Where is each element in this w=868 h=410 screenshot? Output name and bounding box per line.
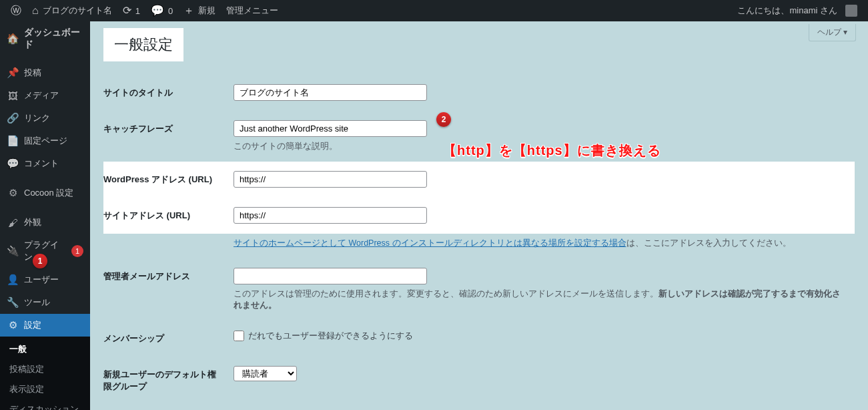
input-site-title[interactable] [234, 84, 427, 101]
input-wpurl[interactable] [234, 171, 427, 188]
admin-bar: ⓦ ⌂ブログのサイト名 ⟳1 💬0 ＋新規 管理メニュー こんにちは、minam… [0, 0, 868, 21]
input-admin-email[interactable] [234, 268, 427, 284]
wrench-icon: 🔧 [7, 296, 19, 309]
new-label: 新規 [198, 5, 215, 17]
wp-logo[interactable]: ⓦ [5, 0, 27, 21]
checkbox-membership-label: だれでもユーザー登録ができるようにする [248, 330, 413, 342]
media-icon: 🖼 [7, 90, 19, 101]
admin-sidebar: 🏠ダッシュボード 📌投稿 🖼メディア 🔗リンク 📄固定ページ 💬コメント ⚙Co… [0, 21, 90, 410]
sub-item-reading[interactable]: 表示設定 [0, 379, 90, 399]
checkbox-membership[interactable] [234, 331, 244, 341]
desc-siteurl: サイトのホームページとして WordPress のインストールディレクトリとは異… [234, 238, 848, 249]
sidebar-item-label: コメント [24, 158, 59, 170]
sidebar-item-label: リンク [24, 112, 50, 124]
sub-item-general[interactable]: 一般 [0, 339, 90, 359]
label-default-role: 新規ユーザーのデフォルト権限グループ [103, 357, 227, 405]
user-icon: 👤 [7, 274, 19, 286]
sidebar-item-label: Cocoon 設定 [24, 187, 73, 199]
annotation-2-text: 【http】を【https】に書き換える [443, 142, 661, 160]
page-title: 一般設定 [103, 28, 183, 61]
sub-item-label: ディスカッション [9, 404, 79, 410]
brush-icon: 🖌 [7, 217, 19, 228]
label-site-title: サイトのタイトル [103, 75, 227, 111]
wordpress-icon: ⓦ [11, 5, 21, 16]
avatar [845, 5, 857, 17]
sidebar-item-media[interactable]: 🖼メディア [0, 84, 90, 107]
help-tab[interactable]: ヘルプ ▾ [809, 24, 856, 41]
home-icon: ⌂ [32, 5, 39, 16]
sidebar-item-settings[interactable]: ⚙設定 [0, 314, 90, 337]
plugin-badge: 1 [71, 245, 83, 257]
user-greeting[interactable]: こんにちは、minami さん [732, 0, 863, 21]
page-icon: 📄 [7, 135, 19, 147]
label-language: サイトの言語文A [103, 405, 227, 410]
annotation-1: 1 [33, 254, 47, 268]
pin-icon: 📌 [7, 67, 19, 79]
sidebar-item-label: ユーザー [24, 274, 59, 286]
annotation-2: 2 [436, 112, 451, 127]
site-home[interactable]: ⌂ブログのサイト名 [27, 0, 117, 21]
sidebar-dashboard[interactable]: 🏠ダッシュボード [0, 21, 90, 56]
comments[interactable]: 💬0 [145, 0, 178, 21]
dashboard-label: ダッシュボード [24, 27, 83, 51]
sidebar-item-label: 設定 [24, 319, 41, 331]
desc-siteurl-rest: は、ここにアドレスを入力してください。 [626, 238, 791, 248]
content-area: ヘルプ ▾ 一般設定 サイトのタイトル キャッチフレーズ このサイトの簡単な説明… [90, 21, 868, 410]
label-tagline: キャッチフレーズ [103, 111, 227, 162]
sub-item-label: 投稿設定 [9, 364, 44, 374]
comments-count: 0 [168, 6, 173, 16]
input-siteurl[interactable] [234, 207, 427, 224]
sidebar-item-cocoon[interactable]: ⚙Cocoon 設定 [0, 182, 90, 204]
label-membership: メンバーシップ [103, 321, 227, 357]
sub-item-label: 表示設定 [9, 384, 44, 394]
sidebar-item-tools[interactable]: 🔧ツール [0, 291, 90, 314]
sub-item-label: 一般 [9, 344, 27, 354]
comment-icon: 💬 [151, 5, 164, 16]
desc-admin-email: このアドレスは管理のために使用されます。変更すると、確認のため新しいアドレスにメ… [234, 288, 848, 311]
dashboard-icon: 🏠 [7, 33, 19, 45]
sub-item-discussion[interactable]: ディスカッション [0, 399, 90, 410]
select-default-role[interactable]: 購読者 [234, 366, 297, 381]
settings-icon: ⚙ [7, 319, 19, 331]
desc-siteurl-link[interactable]: サイトのホームページとして WordPress のインストールディレクトリとは異… [234, 238, 626, 248]
sidebar-item-label: 外観 [24, 216, 41, 228]
sidebar-item-appearance[interactable]: 🖌外観 [0, 211, 90, 234]
sidebar-item-posts[interactable]: 📌投稿 [0, 61, 90, 84]
settings-submenu: 一般 投稿設定 表示設定 ディスカッション メディア パーマリンク プライバシー [0, 337, 90, 410]
sidebar-item-label: ツール [24, 296, 50, 309]
sidebar-item-pages[interactable]: 📄固定ページ [0, 130, 90, 152]
refresh-icon: ⟳ [123, 5, 131, 16]
input-tagline[interactable] [234, 120, 427, 137]
membership-row[interactable]: だれでもユーザー登録ができるようにする [234, 330, 848, 342]
new-content[interactable]: ＋新規 [178, 0, 221, 21]
sidebar-item-label: 投稿 [24, 67, 41, 79]
label-admin-email: 管理者メールアドレス [103, 258, 227, 321]
comment-icon: 💬 [7, 158, 19, 170]
updates-count: 1 [135, 6, 140, 16]
sidebar-item-label: メディア [24, 89, 59, 101]
admin-menu-label: 管理メニュー [226, 5, 278, 17]
plus-icon: ＋ [183, 5, 194, 16]
sidebar-item-comments[interactable]: 💬コメント [0, 152, 90, 175]
sidebar-item-label: 固定ページ [24, 135, 67, 147]
site-name-label: ブログのサイト名 [43, 5, 112, 17]
sub-item-writing[interactable]: 投稿設定 [0, 359, 90, 379]
admin-menu-link[interactable]: 管理メニュー [221, 0, 284, 21]
greeting-text: こんにちは、minami さん [737, 5, 837, 17]
settings-form: サイトのタイトル キャッチフレーズ このサイトの簡単な説明。 WordPress… [103, 75, 855, 410]
updates[interactable]: ⟳1 [117, 0, 145, 21]
label-siteurl: サイトアドレス (URL) [103, 198, 227, 234]
plugin-icon: 🔌 [7, 245, 19, 257]
label-wpurl: WordPress アドレス (URL) [103, 162, 227, 198]
sidebar-item-links[interactable]: 🔗リンク [0, 107, 90, 130]
sidebar-item-users[interactable]: 👤ユーザー [0, 268, 90, 291]
link-icon: 🔗 [7, 112, 19, 124]
help-label: ヘルプ ▾ [817, 27, 847, 37]
gear-icon: ⚙ [7, 187, 19, 199]
